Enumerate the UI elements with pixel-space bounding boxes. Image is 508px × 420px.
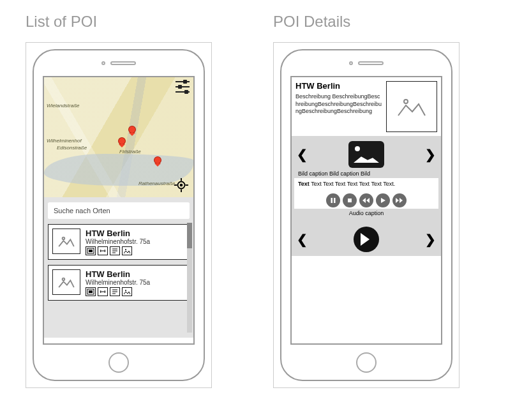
text-icon [110, 287, 120, 296]
map-background [44, 77, 193, 197]
list-item[interactable]: HTW Berlin Wilhelminenhofstr. 75a [48, 265, 190, 301]
image-carousel: ❮ ❯ Bild caption Bild caption Bild Text … [292, 136, 441, 223]
svg-point-6 [63, 237, 65, 240]
home-button[interactable] [108, 352, 129, 373]
chevron-right-icon[interactable]: ❯ [422, 147, 438, 162]
stop-button[interactable] [343, 193, 357, 207]
chevron-left-icon[interactable]: ❮ [294, 147, 310, 162]
scroll-thumb[interactable] [187, 223, 192, 248]
list-item[interactable]: HTW Berlin Wilhelminenhofstr. 75a [48, 224, 190, 260]
text-icon [110, 246, 120, 255]
map-area[interactable]: Wielandstraße Wilhelminenhof Edisonstraß… [44, 77, 193, 197]
detail-header: HTW Berlin Beschreibung BeschreibungBesc… [292, 77, 441, 136]
audio-caption: Audio caption [349, 209, 384, 220]
phone-top [281, 50, 451, 76]
map-label: Edisonstraße [57, 145, 87, 151]
poi-detail-title: HTW Berlin [295, 81, 382, 91]
media-icons [86, 246, 185, 255]
phone-frame: Wielandstraße Wilhelminenhof Edisonstraß… [33, 49, 205, 381]
text-label: Text [298, 181, 310, 187]
audio-icon [98, 287, 108, 296]
poi-address: Wilhelminenhofstr. 75a [86, 238, 185, 245]
panel-detail: HTW Berlin Beschreibung BeschreibungBesc… [273, 42, 459, 388]
media-icons [86, 287, 185, 296]
svg-marker-25 [366, 198, 370, 203]
svg-marker-27 [396, 198, 399, 203]
scrollbar[interactable] [187, 223, 192, 333]
home-button[interactable] [356, 352, 377, 373]
speaker-slot [110, 61, 136, 65]
list-panel: Suche nach Orten HTW Berlin Wilhelminenh… [44, 197, 193, 338]
video-icon [86, 246, 96, 255]
phone-bottom [34, 345, 204, 380]
image-icon [122, 246, 132, 255]
camera-dot [101, 61, 105, 65]
video-icon [86, 287, 96, 296]
map-pin[interactable] [129, 126, 135, 133]
camera-dot [349, 61, 353, 65]
audio-icon [98, 246, 108, 255]
chevron-left-icon[interactable]: ❮ [294, 232, 310, 247]
image-placeholder-icon [52, 229, 80, 254]
text-body: Text Text Text Text Text Text Text. [310, 181, 395, 187]
filter-icon[interactable] [176, 81, 190, 93]
phone-screen-detail: HTW Berlin Beschreibung BeschreibungBesc… [290, 76, 442, 345]
svg-marker-24 [362, 198, 366, 203]
map-label: Rathenaustraße [138, 181, 175, 186]
screen-title-list: List of POI [26, 13, 235, 31]
chevron-right-icon[interactable]: ❯ [422, 232, 438, 247]
svg-point-19 [125, 290, 126, 291]
video-section: ❮ ❯ [292, 223, 441, 256]
locate-icon[interactable] [174, 178, 188, 192]
svg-rect-21 [331, 198, 333, 203]
text-block: Text Text Text Text Text Text Text Text. [294, 178, 438, 190]
phone-bottom [281, 345, 451, 380]
svg-rect-8 [89, 250, 93, 252]
svg-rect-15 [89, 290, 93, 293]
rewind-button[interactable] [359, 193, 373, 207]
forward-button[interactable] [392, 193, 407, 207]
image-placeholder-icon [52, 269, 80, 295]
phone-screen-list: Wielandstraße Wilhelminenhof Edisonstraß… [43, 76, 195, 345]
map-pin[interactable] [119, 138, 125, 144]
svg-rect-23 [348, 199, 352, 202]
map-label: Wielandstraße [47, 103, 80, 109]
carousel-image-icon[interactable] [348, 141, 384, 168]
search-input[interactable]: Suche nach Orten [48, 202, 190, 219]
svg-marker-28 [400, 198, 403, 203]
phone-top [34, 50, 204, 76]
poi-title: HTW Berlin [86, 229, 185, 238]
image-icon [122, 287, 132, 296]
speaker-slot [358, 61, 384, 65]
play-button[interactable] [376, 193, 390, 207]
audio-controls [294, 190, 438, 209]
image-caption: Bild caption Bild caption Bild [294, 168, 374, 178]
svg-point-20 [404, 100, 408, 103]
screen-title-detail: POI Details [273, 13, 482, 31]
poi-detail-description: Beschreibung BeschreibungBeschreibungBes… [295, 93, 382, 116]
svg-marker-26 [381, 198, 385, 203]
pause-button[interactable] [326, 193, 340, 207]
panel-list: Wielandstraße Wilhelminenhof Edisonstraß… [26, 42, 212, 388]
svg-point-13 [63, 278, 65, 281]
svg-point-1 [180, 184, 183, 187]
poi-title: HTW Berlin [86, 269, 185, 279]
map-label: Wilhelminenhof [47, 138, 82, 144]
image-placeholder-icon [386, 81, 437, 132]
poi-address: Wilhelminenhofstr. 75a [86, 279, 185, 286]
svg-rect-22 [334, 198, 336, 203]
play-video-button[interactable] [354, 227, 379, 252]
svg-point-12 [125, 249, 126, 250]
map-pin[interactable] [154, 157, 161, 163]
phone-frame: HTW Berlin Beschreibung BeschreibungBesc… [280, 49, 452, 381]
